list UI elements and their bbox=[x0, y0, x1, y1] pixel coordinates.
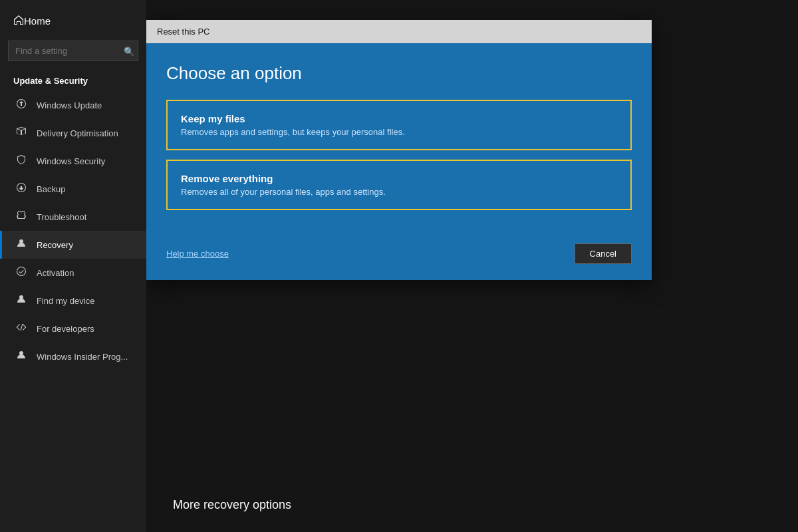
sidebar-label-windows-update: Windows Update bbox=[37, 100, 102, 110]
modal-footer: Help me choose Cancel bbox=[146, 233, 652, 280]
sidebar-item-windows-security[interactable]: Windows Security bbox=[0, 147, 146, 175]
sidebar-label-security: Windows Security bbox=[37, 156, 105, 166]
help-me-choose-link[interactable]: Help me choose bbox=[166, 249, 229, 259]
developers-icon bbox=[15, 322, 27, 335]
sidebar-search-container: 🔍 bbox=[8, 41, 138, 61]
modal-overlay: Reset this PC Choose an option Keep my f… bbox=[146, 0, 798, 532]
modal-header: Reset this PC bbox=[146, 20, 652, 43]
sidebar-label-delivery: Delivery Optimisation bbox=[37, 128, 118, 138]
sidebar-item-for-developers[interactable]: For developers bbox=[0, 315, 146, 342]
sidebar-label-find-device: Find my device bbox=[37, 296, 94, 306]
security-icon bbox=[15, 154, 27, 168]
cancel-button[interactable]: Cancel bbox=[575, 243, 632, 264]
option-remove-everything-desc: Removes all of your personal files, apps… bbox=[181, 187, 617, 197]
delivery-icon bbox=[15, 126, 27, 140]
sidebar-item-backup[interactable]: Backup bbox=[0, 175, 146, 203]
option-keep-files[interactable]: Keep my files Removes apps and settings,… bbox=[166, 100, 632, 150]
insider-icon bbox=[15, 350, 27, 363]
sidebar-label-developers: For developers bbox=[37, 324, 94, 334]
option-keep-files-title: Keep my files bbox=[181, 113, 617, 124]
search-input[interactable] bbox=[8, 41, 138, 61]
sidebar-label-recovery: Recovery bbox=[37, 240, 73, 250]
troubleshoot-icon bbox=[15, 210, 27, 223]
option-remove-everything-title: Remove everything bbox=[181, 173, 617, 184]
sidebar-item-recovery[interactable]: Recovery bbox=[0, 231, 146, 259]
sidebar-item-windows-update[interactable]: Windows Update bbox=[0, 91, 146, 119]
activation-icon bbox=[15, 266, 27, 279]
sidebar-label-insider: Windows Insider Prog... bbox=[37, 352, 128, 362]
option-remove-everything[interactable]: Remove everything Removes all of your pe… bbox=[166, 160, 632, 210]
modal-body: Choose an option Keep my files Removes a… bbox=[146, 43, 652, 233]
sidebar-label-activation: Activation bbox=[37, 268, 74, 278]
backup-icon bbox=[15, 182, 27, 196]
sidebar-item-windows-insider[interactable]: Windows Insider Prog... bbox=[0, 342, 146, 370]
find-device-icon bbox=[15, 294, 27, 307]
app-container: Home 🔍 Update & Security Windows Update … bbox=[0, 0, 798, 532]
main-content: Recovery Reset this PC If your PC isn't … bbox=[146, 0, 798, 532]
sidebar-item-delivery-optimisation[interactable]: Delivery Optimisation bbox=[0, 119, 146, 147]
sidebar: Home 🔍 Update & Security Windows Update … bbox=[0, 0, 146, 532]
recovery-icon bbox=[15, 238, 27, 251]
sidebar-section-title: Update & Security bbox=[0, 66, 146, 91]
option-keep-files-desc: Removes apps and settings, but keeps you… bbox=[181, 127, 617, 137]
search-icon[interactable]: 🔍 bbox=[124, 46, 134, 56]
sidebar-item-troubleshoot[interactable]: Troubleshoot bbox=[0, 203, 146, 231]
sidebar-item-activation[interactable]: Activation bbox=[0, 259, 146, 287]
modal-choose-title: Choose an option bbox=[166, 63, 632, 84]
home-label: Home bbox=[24, 15, 51, 27]
sidebar-item-home[interactable]: Home bbox=[0, 7, 146, 35]
sidebar-label-troubleshoot: Troubleshoot bbox=[37, 212, 86, 222]
home-icon bbox=[13, 15, 24, 27]
reset-pc-modal: Reset this PC Choose an option Keep my f… bbox=[146, 20, 652, 280]
windows-update-icon bbox=[15, 98, 27, 112]
sidebar-label-backup: Backup bbox=[37, 184, 65, 194]
more-recovery-title: More recovery options bbox=[173, 498, 291, 512]
modal-header-label: Reset this PC bbox=[157, 27, 209, 37]
sidebar-item-find-my-device[interactable]: Find my device bbox=[0, 287, 146, 315]
